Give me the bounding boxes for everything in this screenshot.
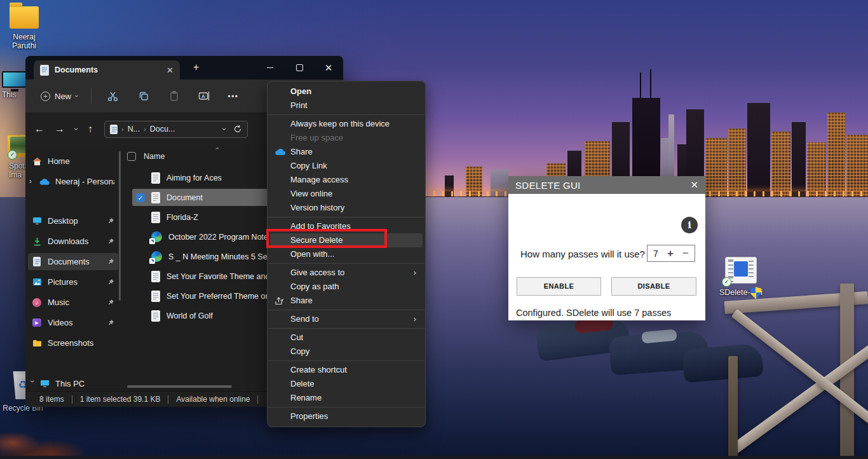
sidebar-item-screenshots[interactable]: Screenshots	[28, 334, 118, 352]
desktop-icon-sdelete-gui[interactable]: ✓ SDelete-Gui	[717, 257, 765, 297]
close-button[interactable]: ✕	[314, 56, 343, 79]
menu-item-manage-access[interactable]: Manage access	[270, 173, 423, 187]
document-icon	[40, 65, 49, 76]
paste-button[interactable]	[159, 90, 189, 102]
sort-ascending-icon[interactable]: ›	[214, 147, 220, 149]
refresh-icon[interactable]	[233, 125, 242, 134]
explorer-titlebar: Documents ✕ + ✕	[25, 56, 343, 79]
menu-item-share[interactable]: Share	[270, 294, 423, 308]
menu-item-open-with[interactable]: Open with...	[270, 247, 423, 261]
desktop-icon-neeraj-paruthi[interactable]: Neeraj Paruthi	[4, 6, 44, 51]
minimize-button[interactable]	[255, 56, 285, 79]
home-icon	[32, 157, 42, 166]
passes-stepper[interactable]: 7 + −	[647, 245, 695, 262]
recent-locations-chevron[interactable]: ›	[72, 128, 81, 130]
clipboard-icon	[168, 90, 180, 102]
menu-item-give-access-to[interactable]: Give access to›	[270, 266, 423, 280]
menu-item-cut[interactable]: Cut	[270, 331, 423, 345]
more-options-button[interactable]: •••	[220, 92, 247, 101]
sidebar-item-this-pc[interactable]: This PC	[36, 375, 118, 392]
copy-button[interactable]	[128, 90, 159, 102]
documents-icon	[32, 257, 42, 266]
document-file-icon	[151, 310, 160, 322]
menu-item-delete[interactable]: Delete	[270, 377, 423, 391]
back-button[interactable]: ←	[34, 123, 44, 135]
desktop: Neeraj Paruthi This ✓ Spotl Ima ♻ Recycl…	[0, 0, 868, 459]
tab-close-icon[interactable]: ✕	[166, 65, 173, 75]
disable-button[interactable]: DISABLE	[611, 277, 696, 296]
menu-item-copy[interactable]: Copy	[270, 345, 423, 359]
status-items-count: 8 items	[39, 395, 64, 404]
status-availability: Available when online	[176, 395, 250, 404]
pin-icon	[107, 217, 114, 224]
passes-question-label: How many passes will it use?	[520, 249, 645, 259]
wallpaper-rocks	[0, 430, 99, 459]
sidebar-item-desktop[interactable]: Desktop	[28, 212, 118, 230]
new-tab-button[interactable]: +	[193, 62, 199, 73]
tab-documents[interactable]: Documents ✕	[34, 60, 180, 79]
this-pc-icon	[39, 380, 50, 388]
edge-shortcut-icon	[151, 251, 162, 262]
sidebar-scrollbar[interactable]	[119, 151, 121, 301]
rename-button[interactable]: A	[189, 90, 220, 102]
file-list-header[interactable]: Name	[127, 149, 165, 164]
submenu-chevron-icon: ›	[414, 266, 416, 280]
breadcrumb-segment[interactable]: N...	[128, 125, 140, 134]
menu-item-send-to[interactable]: Send to›	[270, 312, 423, 326]
menu-item-view-online[interactable]: View online	[270, 187, 423, 201]
chevron-right-icon[interactable]: ›	[29, 177, 36, 186]
menu-item-always-keep[interactable]: Always keep on this device	[270, 117, 423, 131]
address-bar[interactable]: › N... › Docu... ›	[104, 121, 248, 138]
decrement-icon[interactable]: −	[682, 247, 689, 260]
horizontal-scrollbar[interactable]	[127, 385, 232, 388]
close-icon[interactable]: ✕	[690, 179, 698, 191]
pin-icon	[107, 258, 114, 265]
forward-button[interactable]: →	[55, 123, 65, 135]
sdelete-titlebar[interactable]: SDELETE GUI ✕	[508, 176, 705, 194]
synced-check-icon: ✓	[722, 277, 731, 287]
menu-item-copy-as-path[interactable]: Copy as path	[270, 280, 423, 294]
chevron-down-icon: ›	[73, 95, 81, 97]
desktop-icon-label: Neeraj Paruthi	[4, 33, 44, 51]
sidebar-item-downloads[interactable]: Downloads	[28, 233, 118, 250]
folder-icon	[10, 6, 39, 29]
menu-item-properties[interactable]: Properties	[270, 409, 423, 423]
new-button-label: New	[55, 92, 71, 101]
menu-item-create-shortcut[interactable]: Create shortcut	[270, 363, 423, 377]
sdelete-body: i How many passes will it use? 7 + − ENA…	[508, 194, 705, 320]
menu-item-rename[interactable]: Rename	[270, 391, 423, 405]
passes-value: 7	[653, 249, 658, 259]
column-header-name[interactable]: Name	[144, 152, 165, 161]
sidebar-item-documents[interactable]: Documents	[28, 253, 118, 270]
cut-button[interactable]	[98, 90, 128, 102]
document-file-icon	[151, 291, 160, 302]
share-icon	[275, 294, 284, 308]
sidebar-item-onedrive[interactable]: Neeraj - Persona	[36, 173, 118, 190]
up-button[interactable]: ↑	[88, 123, 93, 135]
new-button[interactable]: + New ›	[34, 88, 85, 105]
sidebar-item-home[interactable]: Home	[28, 153, 118, 170]
downloads-icon	[32, 237, 42, 246]
pictures-icon	[32, 278, 42, 286]
menu-item-open[interactable]: Open	[270, 85, 423, 99]
scissors-icon	[107, 90, 119, 102]
status-divider	[168, 395, 168, 404]
enable-button[interactable]: ENABLE	[517, 277, 601, 296]
increment-icon[interactable]: +	[667, 247, 674, 260]
sidebar-item-videos[interactable]: ▶ Videos	[28, 314, 118, 331]
menu-separator	[268, 360, 424, 361]
breadcrumb-separator: ›	[121, 125, 124, 133]
checked-checkbox[interactable]: ✓	[136, 193, 145, 202]
status-selection: 1 item selected 39.1 KB	[80, 395, 161, 404]
menu-item-version-history[interactable]: Version history	[270, 201, 423, 215]
select-all-checkbox[interactable]	[127, 152, 136, 161]
menu-item-copy-link[interactable]: Copy Link	[270, 159, 423, 173]
sidebar-item-music[interactable]: ♪ Music	[28, 294, 118, 311]
address-dropdown-chevron[interactable]: ›	[220, 128, 229, 130]
maximize-button[interactable]	[285, 56, 314, 79]
info-icon[interactable]: i	[681, 217, 698, 233]
sidebar-item-pictures[interactable]: Pictures	[28, 273, 118, 291]
menu-item-print[interactable]: Print	[270, 99, 423, 113]
menu-item-share-onedrive[interactable]: Share	[270, 145, 423, 159]
breadcrumb-segment[interactable]: Docu...	[150, 125, 175, 134]
